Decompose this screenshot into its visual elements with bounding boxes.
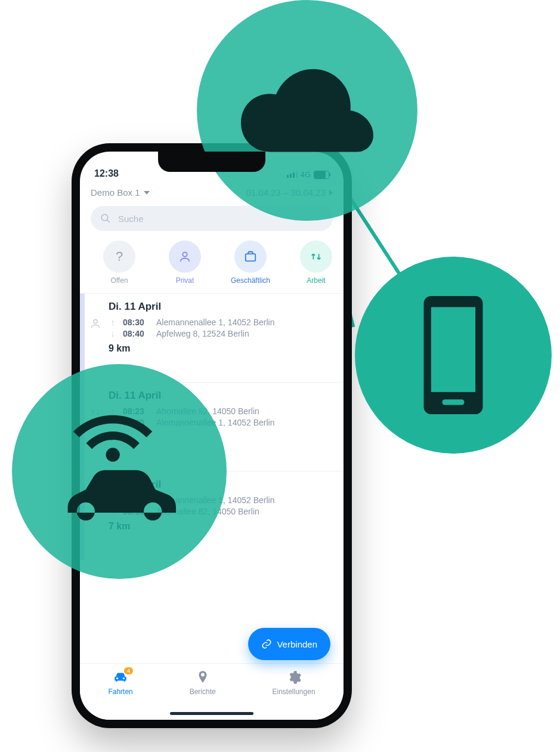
trips-badge: 4 (124, 667, 133, 674)
category-label: Arbeit (307, 276, 325, 285)
tab-label: Fahrten (108, 688, 132, 696)
category-offen[interactable]: ? Offen (91, 241, 148, 285)
connect-button[interactable]: Verbinden (248, 628, 330, 660)
category-label: Privat (176, 276, 194, 285)
end-time: 08:40 (123, 329, 150, 338)
trip-distance: 9 km (109, 343, 334, 354)
start-time: 08:30 (123, 318, 150, 327)
tab-label: Berichte (190, 688, 216, 696)
chevron-down-icon (144, 191, 150, 195)
gear-icon (286, 670, 302, 685)
tab-label: Einstellungen (273, 688, 315, 696)
tab-reports[interactable]: Berichte (190, 670, 216, 696)
svg-point-2 (182, 252, 187, 257)
box-selector-label: Demo Box 1 (91, 187, 140, 198)
marketing-illustration: 12:38 4G Demo Box 1 01.04.23 – 30.04.23 (0, 0, 560, 752)
svg-point-0 (101, 214, 108, 221)
svg-point-4 (94, 319, 98, 323)
arrows-icon (300, 241, 332, 273)
category-work-commute[interactable]: Arbeit (287, 241, 333, 285)
category-privat[interactable]: Privat (156, 241, 214, 285)
bottom-tab-bar: 4 Fahrten Berichte Einstellungen (80, 663, 344, 720)
pin-icon (195, 670, 211, 685)
box-selector[interactable]: Demo Box 1 (91, 187, 150, 198)
svg-rect-3 (246, 254, 256, 261)
svg-rect-8 (442, 399, 464, 405)
connected-car-bubble (12, 364, 227, 579)
briefcase-icon (234, 241, 267, 273)
cloud-bubble (197, 0, 417, 221)
search-icon (100, 213, 111, 224)
search-placeholder: Suche (118, 214, 144, 224)
tab-settings[interactable]: Einstellungen (273, 670, 315, 696)
svg-line-1 (107, 220, 110, 223)
car-wifi-icon (55, 407, 184, 536)
tab-trips[interactable]: 4 Fahrten (108, 670, 132, 696)
category-filter-row: ? Offen Privat Geschäftlich (91, 241, 333, 285)
category-label: Geschäftlich (231, 276, 270, 285)
category-business[interactable]: Geschäftlich (222, 241, 279, 285)
start-address: Alemannenallee 1, 14052 Berlin (156, 318, 274, 327)
svg-rect-7 (431, 307, 475, 392)
smartphone-icon (394, 296, 512, 414)
link-icon (261, 639, 272, 649)
smartphone-bubble (355, 257, 552, 454)
status-time: 12:38 (94, 168, 119, 179)
device-notch (158, 152, 265, 172)
category-stripe (80, 294, 85, 382)
person-icon (169, 241, 201, 273)
category-label: Offen (110, 276, 128, 285)
trip-date: Di. 11 April (109, 301, 334, 313)
connect-button-label: Verbinden (277, 639, 317, 649)
arrow-down-icon: ↓ (109, 329, 117, 338)
car-icon: 4 (113, 670, 128, 685)
arrow-up-icon: ↑ (109, 318, 117, 327)
question-icon: ? (103, 241, 135, 273)
end-address: Apfelweg 8, 12524 Berlin (156, 329, 249, 338)
home-indicator (170, 712, 253, 715)
